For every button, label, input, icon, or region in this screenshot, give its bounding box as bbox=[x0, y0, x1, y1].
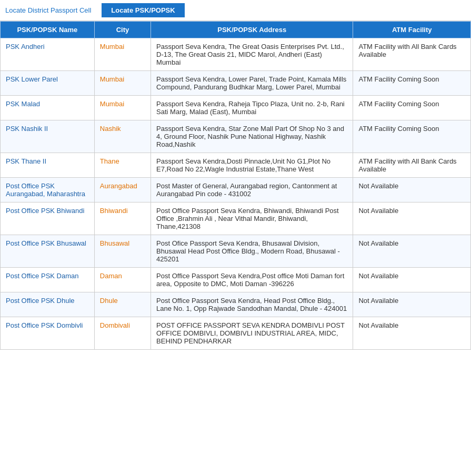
cell-city: Bhusawal bbox=[94, 235, 151, 268]
cell-psk-name[interactable]: Post Office PSK Bhusawal bbox=[1, 235, 95, 268]
cell-psk-name[interactable]: PSK Lower Parel bbox=[1, 71, 95, 96]
psk-table-container: PSK/POPSK Name City PSK/POPSK Address AT… bbox=[0, 21, 471, 350]
table-row: PSK MaladMumbaiPassport Seva Kendra, Rah… bbox=[1, 96, 471, 120]
cell-address: Passport Seva Kendra,Dosti Pinnacle,Unit… bbox=[151, 153, 353, 178]
cell-address: Passport Seva Kendra, Raheja Tipco Plaza… bbox=[151, 96, 353, 120]
cell-address: Post Master of General, Aurangabad regio… bbox=[151, 178, 353, 202]
cell-address: Passport Seva Kendra, Star Zone Mall Par… bbox=[151, 120, 353, 153]
table-row: Post Office PSK BhusawalBhusawalPost Ofi… bbox=[1, 235, 471, 268]
cell-psk-name[interactable]: PSK Malad bbox=[1, 96, 95, 120]
cell-psk-name[interactable]: PSK Nashik II bbox=[1, 120, 95, 153]
header-city: City bbox=[94, 22, 151, 38]
cell-address: Post Office Passport Seva Kendra, Bhiwan… bbox=[151, 202, 353, 235]
psk-table: PSK/POPSK Name City PSK/POPSK Address AT… bbox=[0, 21, 471, 350]
cell-city: Dombivali bbox=[94, 317, 151, 350]
locate-psk-button[interactable]: Locate PSK/POPSK bbox=[102, 3, 184, 17]
cell-atm-facility: Not Available bbox=[353, 268, 471, 292]
cell-address: POST OFFICE PASSPORT SEVA KENDRA DOMBIVL… bbox=[151, 317, 353, 350]
cell-atm-facility: ATM Facility with All Bank Cards Availab… bbox=[353, 38, 471, 71]
table-row: Post Office PSK DombivliDombivaliPOST OF… bbox=[1, 317, 471, 350]
cell-psk-name[interactable]: Post Office PSK Dombivli bbox=[1, 317, 95, 350]
table-row: Post Office PSK DhuleDhulePost Office Pa… bbox=[1, 292, 471, 317]
table-body: PSK AndheriMumbaiPassport Seva Kendra, T… bbox=[1, 38, 471, 350]
cell-atm-facility: Not Available bbox=[353, 317, 471, 350]
cell-address: Post Ofice Passport Seva Kendra, Bhusawa… bbox=[151, 235, 353, 268]
table-row: Post Office PSK Aurangabad, MaharashtraA… bbox=[1, 178, 471, 202]
cell-city: Mumbai bbox=[94, 38, 151, 71]
cell-city: Mumbai bbox=[94, 96, 151, 120]
cell-psk-name[interactable]: PSK Thane II bbox=[1, 153, 95, 178]
header-address: PSK/POPSK Address bbox=[151, 22, 353, 38]
table-row: PSK AndheriMumbaiPassport Seva Kendra, T… bbox=[1, 38, 471, 71]
cell-psk-name[interactable]: Post Office PSK Daman bbox=[1, 268, 95, 292]
table-row: PSK Thane IIThanePassport Seva Kendra,Do… bbox=[1, 153, 471, 178]
cell-atm-facility: Not Available bbox=[353, 235, 471, 268]
cell-psk-name[interactable]: Post Office PSK Dhule bbox=[1, 292, 95, 317]
cell-city: Mumbai bbox=[94, 71, 151, 96]
cell-psk-name[interactable]: Post Office PSK Aurangabad, Maharashtra bbox=[1, 178, 95, 202]
cell-address: Passport Seva Kendra, Lower Parel, Trade… bbox=[151, 71, 353, 96]
cell-address: Post Office Passport Seva Kendra,Post of… bbox=[151, 268, 353, 292]
header-name: PSK/POPSK Name bbox=[1, 22, 95, 38]
cell-atm-facility: ATM Facility with All Bank Cards Availab… bbox=[353, 153, 471, 178]
cell-address: Post Office Passport Seva Kendra, Head P… bbox=[151, 292, 353, 317]
table-row: PSK Lower ParelMumbaiPassport Seva Kendr… bbox=[1, 71, 471, 96]
header-atm: ATM Facility bbox=[353, 22, 471, 38]
cell-city: Dhule bbox=[94, 292, 151, 317]
locate-district-link[interactable]: Locate District Passport Cell bbox=[5, 6, 91, 14]
cell-atm-facility: Not Available bbox=[353, 178, 471, 202]
cell-city: Aurangabad bbox=[94, 178, 151, 202]
cell-atm-facility: Not Available bbox=[353, 292, 471, 317]
table-row: PSK Nashik IINashikPassport Seva Kendra,… bbox=[1, 120, 471, 153]
cell-atm-facility: ATM Facility Coming Soon bbox=[353, 96, 471, 120]
cell-atm-facility: ATM Facility Coming Soon bbox=[353, 71, 471, 96]
top-navigation: Locate District Passport Cell Locate PSK… bbox=[0, 0, 471, 21]
cell-city: Thane bbox=[94, 153, 151, 178]
cell-atm-facility: Not Available bbox=[353, 202, 471, 235]
cell-atm-facility: ATM Facility Coming Soon bbox=[353, 120, 471, 153]
table-row: Post Office PSK BhiwandiBhiwandiPost Off… bbox=[1, 202, 471, 235]
table-header: PSK/POPSK Name City PSK/POPSK Address AT… bbox=[1, 22, 471, 38]
cell-psk-name[interactable]: PSK Andheri bbox=[1, 38, 95, 71]
cell-city: Daman bbox=[94, 268, 151, 292]
table-row: Post Office PSK DamanDamanPost Office Pa… bbox=[1, 268, 471, 292]
cell-psk-name[interactable]: Post Office PSK Bhiwandi bbox=[1, 202, 95, 235]
cell-city: Bhiwandi bbox=[94, 202, 151, 235]
cell-address: Passport Seva Kendra, The Great Oasis En… bbox=[151, 38, 353, 71]
cell-city: Nashik bbox=[94, 120, 151, 153]
